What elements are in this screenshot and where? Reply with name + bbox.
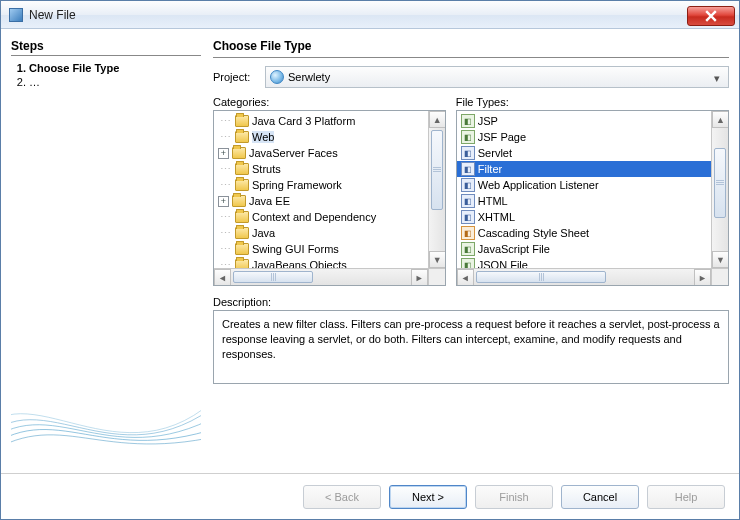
scroll-corner [711, 268, 728, 285]
filetype-item[interactable]: ◧JSF Page [457, 129, 711, 145]
filetype-item[interactable]: ◧Web Application Listener [457, 177, 711, 193]
close-button[interactable] [687, 6, 735, 26]
category-item[interactable]: +Java EE [214, 193, 428, 209]
category-item[interactable]: ⋯Java [214, 225, 428, 241]
category-label: Java [252, 227, 275, 239]
back-button[interactable]: < Back [303, 485, 381, 509]
tree-connector-icon: ⋯ [218, 211, 232, 224]
folder-icon [235, 179, 249, 191]
content-heading: Choose File Type [213, 39, 729, 53]
scroll-up-button[interactable]: ▲ [712, 111, 729, 128]
category-item[interactable]: ⋯Spring Framework [214, 177, 428, 193]
folder-icon [235, 115, 249, 127]
close-icon [705, 10, 717, 22]
scroll-corner [428, 268, 445, 285]
filetype-label: HTML [478, 195, 508, 207]
file-icon: ◧ [461, 114, 475, 128]
filetype-item[interactable]: ◧JSP [457, 113, 711, 129]
scroll-thumb[interactable] [233, 271, 313, 283]
filetype-item[interactable]: ◧JavaScript File [457, 241, 711, 257]
cancel-button[interactable]: Cancel [561, 485, 639, 509]
category-label: Struts [252, 163, 281, 175]
folder-icon [235, 163, 249, 175]
category-label: Context and Dependency [252, 211, 376, 223]
folder-icon [235, 259, 249, 268]
scrollbar-horizontal[interactable]: ◄ ► [214, 268, 428, 285]
category-item[interactable]: ⋯Swing GUI Forms [214, 241, 428, 257]
divider [11, 55, 201, 56]
expand-icon[interactable]: + [218, 148, 229, 159]
scroll-down-button[interactable]: ▼ [429, 251, 446, 268]
filetypes-label: File Types: [456, 96, 729, 108]
project-label: Project: [213, 71, 259, 83]
categories-tree[interactable]: ⋯Java Card 3 Platform⋯Web+JavaServer Fac… [213, 110, 446, 286]
file-icon: ◧ [461, 162, 475, 176]
filetype-label: Filter [478, 163, 502, 175]
filetype-label: JSON File [478, 259, 528, 268]
scrollbar-horizontal[interactable]: ◄ ► [457, 268, 711, 285]
category-label: Web [252, 131, 274, 143]
scroll-up-button[interactable]: ▲ [429, 111, 446, 128]
step-item: … [29, 76, 201, 88]
filetype-label: Servlet [478, 147, 512, 159]
folder-icon [232, 147, 246, 159]
content-panel: Choose File Type Project: Serwlety ▾ Cat… [213, 37, 729, 473]
globe-icon [270, 70, 284, 84]
file-icon: ◧ [461, 226, 475, 240]
filetype-item[interactable]: ◧Servlet [457, 145, 711, 161]
category-label: Java Card 3 Platform [252, 115, 355, 127]
steps-panel: Steps Choose File Type … [11, 37, 201, 473]
tree-connector-icon: ⋯ [218, 131, 232, 144]
category-item[interactable]: ⋯Java Card 3 Platform [214, 113, 428, 129]
project-row: Project: Serwlety ▾ [213, 66, 729, 88]
filetype-item[interactable]: ◧XHTML [457, 209, 711, 225]
tree-connector-icon: ⋯ [218, 227, 232, 240]
file-icon: ◧ [461, 258, 475, 268]
file-icon: ◧ [461, 146, 475, 160]
folder-icon [232, 195, 246, 207]
description-label: Description: [213, 296, 729, 308]
category-item[interactable]: ⋯Web [214, 129, 428, 145]
folder-icon [235, 227, 249, 239]
tree-connector-icon: ⋯ [218, 115, 232, 128]
project-combobox[interactable]: Serwlety ▾ [265, 66, 729, 88]
tree-connector-icon: ⋯ [218, 259, 232, 269]
category-label: JavaServer Faces [249, 147, 338, 159]
scroll-left-button[interactable]: ◄ [457, 269, 474, 286]
category-label: Spring Framework [252, 179, 342, 191]
category-item[interactable]: ⋯Context and Dependency [214, 209, 428, 225]
category-item[interactable]: ⋯Struts [214, 161, 428, 177]
scroll-down-button[interactable]: ▼ [712, 251, 729, 268]
folder-icon [235, 243, 249, 255]
category-label: Swing GUI Forms [252, 243, 339, 255]
step-item: Choose File Type [29, 62, 201, 74]
file-icon: ◧ [461, 210, 475, 224]
scroll-left-button[interactable]: ◄ [214, 269, 231, 286]
category-item[interactable]: ⋯JavaBeans Objects [214, 257, 428, 268]
next-button[interactable]: Next > [389, 485, 467, 509]
chevron-down-icon: ▾ [710, 71, 724, 85]
filetype-label: XHTML [478, 211, 515, 223]
scrollbar-vertical[interactable]: ▲ ▼ [711, 111, 728, 268]
scroll-thumb[interactable] [431, 130, 443, 210]
tree-connector-icon: ⋯ [218, 163, 232, 176]
category-item[interactable]: +JavaServer Faces [214, 145, 428, 161]
category-label: JavaBeans Objects [252, 259, 347, 268]
scroll-right-button[interactable]: ► [694, 269, 711, 286]
scrollbar-vertical[interactable]: ▲ ▼ [428, 111, 445, 268]
scroll-thumb[interactable] [476, 271, 606, 283]
filetypes-list[interactable]: ◧JSP◧JSF Page◧Servlet◧Filter◧Web Applica… [456, 110, 729, 286]
scroll-right-button[interactable]: ► [411, 269, 428, 286]
filetype-item[interactable]: ◧HTML [457, 193, 711, 209]
help-button[interactable]: Help [647, 485, 725, 509]
expand-icon[interactable]: + [218, 196, 229, 207]
filetype-item[interactable]: ◧Cascading Style Sheet [457, 225, 711, 241]
filetype-item[interactable]: ◧Filter [457, 161, 711, 177]
project-value: Serwlety [288, 71, 330, 83]
filetype-item[interactable]: ◧JSON File [457, 257, 711, 268]
title-bar[interactable]: New File [1, 1, 739, 29]
scroll-thumb[interactable] [714, 148, 726, 218]
folder-icon [235, 131, 249, 143]
finish-button[interactable]: Finish [475, 485, 553, 509]
folder-icon [235, 211, 249, 223]
